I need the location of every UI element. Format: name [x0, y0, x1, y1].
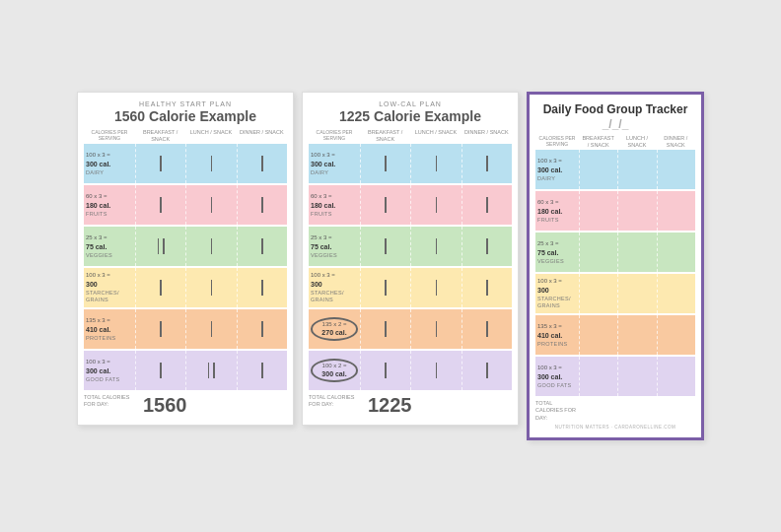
plan2-title: 1225 Calorie Example	[309, 108, 512, 125]
tracker-date: _/_/_	[603, 117, 629, 131]
food-row-fruits: 60 x 3 =180 cal.FRUITS	[535, 191, 695, 231]
plan2-total-row: TOTAL CALORIES FOR DAY: 1225	[309, 394, 512, 417]
tracker-col-breakfast: BREAKFAST / SNACK	[579, 135, 617, 148]
food-row-dairy: 100 x 3 =300 cal.DAIRY	[535, 150, 695, 189]
food-row-good-fats: 100 x 2 =300 cal.	[309, 351, 512, 390]
plan2-total-label: TOTAL CALORIES FOR DAY:	[309, 394, 360, 417]
food-row-veggies: 25 x 3 =75 cal.VEGGIES	[84, 227, 287, 266]
healthy-start-card: Healthy Start Plan 1560 Calorie Example …	[77, 92, 294, 426]
food-row-starches-grains: 100 x 3 =300STARCHES/ GRAINS	[309, 268, 512, 307]
tracker-col-cal: CALORIES PER SERVING	[535, 135, 579, 148]
col-header-lunch-2: LUNCH / SNACK	[410, 129, 461, 142]
food-row-good-fats: 100 x 3 =300 cal.GOOD FATS	[535, 357, 695, 396]
food-row-proteins: 135 x 3 =410 cal.PROTEINS	[535, 315, 695, 355]
col-header-dinner-1: DINNER / SNACK	[237, 129, 287, 142]
plan2-col-headers: CALORIES PER SERVING BREAKFAST / SNACK L…	[309, 129, 512, 142]
tracker-col-dinner: DINNER / SNACK	[657, 135, 695, 148]
food-row-dairy: 100 x 3 =300 cal.DAIRY	[84, 144, 287, 183]
plan1-title: 1560 Calorie Example	[84, 108, 287, 125]
col-header-lunch-1: LUNCH / SNACK	[185, 129, 236, 142]
food-row-veggies: 25 x 3 =75 cal.VEGGIES	[535, 233, 695, 272]
col-header-cal-2: CALORIES PER SERVING	[309, 129, 360, 142]
food-row-starches-grains: 100 x 3 =300STARCHES/ GRAINS	[535, 274, 695, 313]
tracker-col-headers: CALORIES PER SERVING BREAKFAST / SNACK L…	[535, 135, 695, 148]
plan1-col-headers: CALORIES PER SERVING BREAKFAST / SNACK L…	[84, 129, 287, 142]
food-row-fruits: 60 x 3 =180 cal.FRUITS	[84, 185, 287, 225]
tracker-total-label: TOTAL CALORIES FOR DAY:	[535, 400, 579, 421]
plan1-total-label: TOTAL CALORIES FOR DAY:	[84, 394, 135, 417]
food-row-fruits: 60 x 3 =180 cal.FRUITS	[309, 185, 512, 225]
food-row-proteins: 135 x 2 =270 cal.	[309, 309, 512, 349]
food-row-starches-grains: 100 x 3 =300STARCHES/ GRAINS	[84, 268, 287, 307]
page-wrapper: Healthy Start Plan 1560 Calorie Example …	[57, 72, 724, 459]
tracker-total-row: TOTAL CALORIES FOR DAY:	[535, 400, 695, 421]
col-header-breakfast-2: BREAKFAST / SNACK	[360, 129, 410, 142]
col-header-dinner-2: DINNER / SNACK	[462, 129, 512, 142]
plan2-total-number: 1225	[368, 394, 512, 417]
plan2-subtitle: Low-Cal Plan	[309, 100, 512, 107]
food-row-proteins: 135 x 3 =410 cal.PROTEINS	[84, 309, 287, 349]
food-row-dairy: 100 x 3 =300 cal.DAIRY	[309, 144, 512, 183]
plan1-total-row: TOTAL CALORIES FOR DAY: 1560	[84, 394, 287, 417]
col-header-cal-1: CALORIES PER SERVING	[84, 129, 135, 142]
low-cal-card: Low-Cal Plan 1225 Calorie Example CALORI…	[302, 92, 519, 426]
plan1-subtitle: Healthy Start Plan	[84, 100, 287, 107]
tracker-title: Daily Food Group Tracker _/_/_	[535, 102, 695, 131]
plan1-total-number: 1560	[143, 394, 287, 417]
tracker-col-lunch: LUNCH / SNACK	[617, 135, 656, 148]
food-row-veggies: 25 x 3 =75 cal.VEGGIES	[309, 227, 512, 266]
nutrition-credit: NUTRITION MATTERS · CARDARONELLINE.COM	[535, 425, 695, 430]
food-row-good-fats: 100 x 3 =300 cal.GOOD FATS	[84, 351, 287, 390]
tracker-total-blank	[587, 400, 695, 421]
col-header-breakfast-1: BREAKFAST / SNACK	[135, 129, 185, 142]
tracker-card: Daily Food Group Tracker _/_/_ CALORIES …	[527, 92, 704, 439]
